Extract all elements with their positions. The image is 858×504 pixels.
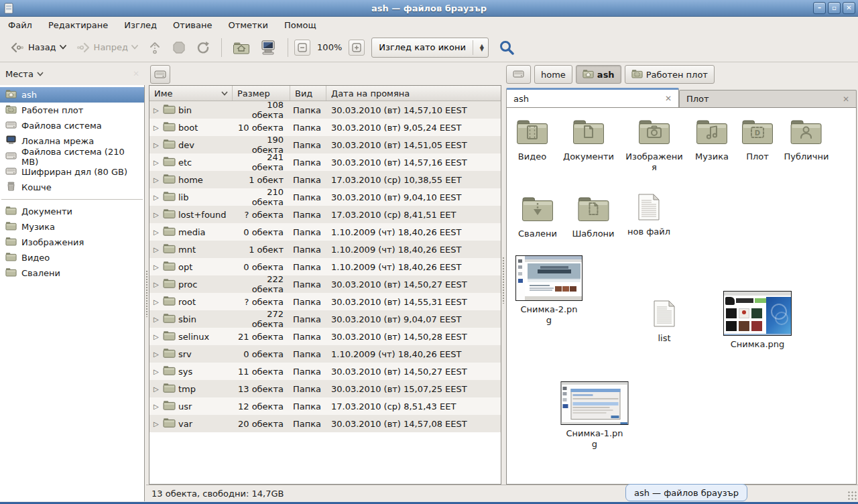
tree-row-proc[interactable]: ▷ proc 222 обекта Папка 30.03.2010 (вт) … (149, 275, 501, 293)
sidebar-item-музика[interactable]: Музика (0, 219, 144, 235)
icon-item-снимка.png[interactable]: Снимка.png (723, 291, 792, 350)
icon-item-снимка-2.png[interactable]: Снимка-2.png (515, 255, 583, 326)
breadcrumb-работен-плот[interactable]: Работен плот (625, 65, 715, 84)
breadcrumb-root[interactable] (506, 65, 531, 84)
column-header-1[interactable]: Име (149, 86, 233, 101)
sidebar-item-шифриран-дял-80-gb-[interactable]: Шифриран дял (80 GB) (0, 164, 144, 180)
view-mode-combo[interactable]: Изглед като икони ▲▼ (371, 38, 489, 58)
tree-row-tmp[interactable]: ▷ tmp 13 обекта Папка 30.03.2010 (вт) 15… (149, 380, 501, 397)
expander-icon[interactable]: ▷ (154, 281, 160, 288)
menu-5[interactable]: Отметки (228, 20, 267, 30)
sidebar-item-ash[interactable]: ash (0, 87, 144, 103)
icon-item-нов-файл[interactable]: нов файл (627, 194, 670, 237)
computer-button[interactable] (255, 36, 282, 59)
expander-icon[interactable]: ▷ (154, 420, 160, 428)
tree-row-usr[interactable]: ▷ usr 12 обекта Папка 17.03.2010 (ср) 8,… (149, 397, 501, 415)
sidebar-item-видео[interactable]: Видео (0, 250, 144, 265)
expander-icon[interactable]: ▷ (154, 351, 160, 358)
tab-close-icon[interactable]: ✕ (665, 94, 672, 103)
menu-1[interactable]: Файл (8, 20, 32, 30)
expander-icon[interactable]: ▷ (154, 333, 160, 340)
column-header-3[interactable]: Вид (290, 86, 326, 101)
tab-ash[interactable]: ash ✕ (506, 88, 679, 107)
expander-icon[interactable]: ▷ (154, 403, 160, 410)
tree-row-root[interactable]: ▷ root ? обекта Папка 30.03.2010 (вт) 14… (149, 293, 501, 310)
up-button[interactable] (143, 37, 167, 58)
expander-icon[interactable]: ▷ (154, 176, 160, 184)
tree-row-sys[interactable]: ▷ sys 11 обекта Папка 30.03.2010 (вт) 14… (149, 363, 501, 380)
expander-icon[interactable]: ▷ (154, 159, 160, 166)
expander-icon[interactable]: ▷ (154, 194, 160, 201)
places-close-icon[interactable]: ✕ (133, 69, 139, 78)
forward-button[interactable]: Напред (71, 38, 143, 58)
icon-item-list[interactable]: list (654, 300, 675, 344)
tree-row-selinux[interactable]: ▷ selinux 21 обекта Папка 30.03.2010 (вт… (149, 328, 501, 345)
icon-item-документи[interactable]: Документи (563, 119, 614, 162)
tree-row-bin[interactable]: ▷ bin 108 обекта Папка 30.03.2010 (вт) 1… (149, 101, 501, 119)
reload-button[interactable] (191, 37, 215, 58)
expander-icon[interactable]: ▷ (154, 298, 160, 306)
tree-row-srv[interactable]: ▷ srv 0 обекта Папка 1.10.2009 (чт) 18,4… (149, 345, 501, 363)
expander-icon[interactable]: ▷ (154, 107, 160, 114)
home-button[interactable] (228, 37, 255, 58)
tab-плот[interactable]: Плот ✕ (679, 90, 857, 107)
menu-4[interactable]: Отиване (173, 20, 212, 30)
minimize-button[interactable]: – (813, 2, 826, 14)
root-location-button[interactable] (150, 65, 170, 84)
icon-item-плот[interactable]: DПлот (741, 119, 774, 162)
places-header[interactable]: Места ✕ (0, 62, 145, 85)
tree-row-dev[interactable]: ▷ dev 190 обекта Папка 30.03.2010 (вт) 1… (149, 136, 501, 153)
expander-icon[interactable]: ▷ (154, 263, 160, 271)
expander-icon[interactable]: ▷ (154, 141, 160, 149)
sidebar-item-документи[interactable]: Документи (0, 204, 144, 219)
maximize-button[interactable]: ▫ (828, 2, 841, 14)
tab-close-icon[interactable]: ✕ (843, 94, 849, 104)
expander-icon[interactable]: ▷ (154, 246, 160, 253)
zoom-out-button[interactable] (294, 40, 310, 56)
tree-row-lib[interactable]: ▷ lib 210 обекта Папка 30.03.2010 (вт) 9… (149, 188, 501, 206)
icon-item-публични[interactable]: Публични (784, 119, 829, 162)
sidebar-item-файлова-система-210-mb-[interactable]: Файлова система (210 MB) (0, 149, 144, 164)
search-button[interactable] (494, 36, 519, 59)
column-header-4[interactable]: Дата на промяна (326, 86, 501, 101)
sidebar-item-свалени[interactable]: Свалени (0, 265, 144, 281)
close-button[interactable]: ✕ (843, 2, 855, 14)
tree-row-home[interactable]: ▷ home 1 обект Папка 17.03.2010 (ср) 10,… (149, 171, 501, 188)
expander-icon[interactable]: ▷ (154, 385, 160, 393)
icon-item-свалени[interactable]: Свалени (518, 196, 557, 239)
icon-item-шаблони[interactable]: Шаблони (572, 196, 614, 239)
expander-icon[interactable]: ▷ (154, 316, 160, 323)
tree-row-var[interactable]: ▷ var 20 обекта Папка 30.03.2010 (вт) 14… (149, 415, 501, 432)
tree-row-opt[interactable]: ▷ opt 0 обекта Папка 1.10.2009 (чт) 18,4… (149, 258, 501, 275)
breadcrumb-home[interactable]: home (534, 65, 572, 84)
expander-icon[interactable]: ▷ (154, 229, 160, 236)
breadcrumb-ash[interactable]: ash (576, 65, 621, 84)
expander-icon[interactable]: ▷ (154, 368, 160, 375)
sidebar-item-изображения[interactable]: Изображения (0, 235, 144, 250)
icon-item-музика[interactable]: Музика (695, 119, 729, 162)
tree-row-etc[interactable]: ▷ etc 241 обекта Папка 30.03.2010 (вт) 1… (149, 153, 501, 171)
back-button[interactable]: Назад (5, 38, 71, 58)
tree-row-boot[interactable]: ▷ boot 10 обекта Папка 30.03.2010 (вт) 9… (149, 119, 501, 136)
resize-grip[interactable] (847, 491, 857, 500)
menu-3[interactable]: Изглед (124, 20, 157, 30)
icon-item-видео[interactable]: Видео (516, 119, 548, 162)
menu-2[interactable]: Редактиране (48, 20, 108, 30)
stop-button[interactable] (167, 37, 191, 58)
zoom-in-button[interactable] (349, 40, 365, 56)
icon-item-снимка-1.png[interactable]: Снимка-1.png (561, 381, 629, 450)
pane-splitter[interactable] (501, 62, 506, 485)
tree-row-lost+found[interactable]: ▷ lost+found ? обекта Папка 17.03.2010 (… (149, 206, 501, 223)
sidebar-item-файлова-система[interactable]: Файлова система (0, 118, 144, 133)
expander-icon[interactable]: ▷ (154, 211, 160, 218)
sidebar-item-работен-плот[interactable]: Работен плот (0, 103, 144, 118)
expander-icon[interactable]: ▷ (154, 124, 160, 131)
tree-row-media[interactable]: ▷ media 0 обекта Папка 1.10.2009 (чт) 18… (149, 223, 501, 241)
tree-row-sbin[interactable]: ▷ sbin 272 обекта Папка 30.03.2010 (вт) … (149, 310, 501, 328)
tree-row-mnt[interactable]: ▷ mnt 1 обект Папка 1.10.2009 (чт) 18,40… (149, 241, 501, 258)
icon-item-изображения[interactable]: Изображения (625, 119, 683, 173)
column-header-2[interactable]: Размер (233, 86, 290, 101)
titlebar[interactable]: ash — файлов браузър – ▫ ✕ (0, 0, 858, 17)
sidebar-item-кошче[interactable]: Кошче (0, 180, 144, 195)
menu-6[interactable]: Помощ (284, 20, 316, 30)
